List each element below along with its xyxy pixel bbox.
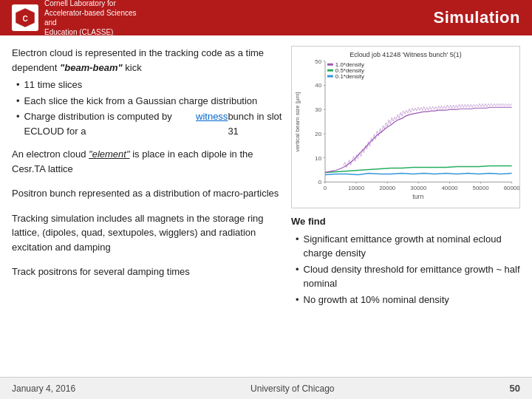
beambeam-text: "beam-beam": [60, 62, 123, 73]
svg-text:40: 40: [315, 82, 321, 89]
svg-text:turn: turn: [412, 193, 423, 200]
we-find-item-2: Cloud density threshold for emittance gr…: [304, 262, 520, 291]
svg-text:0.1*density: 0.1*density: [335, 73, 364, 80]
main-content: Electron cloud is represented in the tra…: [0, 35, 532, 377]
svg-text:0: 0: [318, 179, 322, 185]
footer: January 4, 2016 University of Chicago 50: [0, 377, 532, 399]
bullet-text-1: 11 time slices: [24, 78, 83, 92]
svg-text:vertical beam size [μm]: vertical beam size [μm]: [294, 92, 301, 152]
track-positrons-paragraph: Track positrons for several damping time…: [12, 265, 282, 282]
main-bullet-list: 11 time slices Each slice the kick from …: [12, 78, 282, 138]
svg-rect-2: [292, 47, 519, 208]
list-item: Charge distribution is computed by ECLOU…: [16, 109, 282, 138]
tracking-paragraph: Tracking simulation includes all magnets…: [12, 211, 282, 258]
svg-text:Ecloud job 41248 'Witness bunc: Ecloud job 41248 'Witness bunch' 5(1): [349, 51, 461, 58]
right-column: Ecloud job 41248 'Witness bunch' 5(1) 0 …: [291, 46, 520, 371]
list-item: 11 time slices: [16, 78, 282, 92]
bullet-text-2: Each slice the kick from a Gaussian char…: [24, 94, 258, 109]
tracking-text: Tracking simulation includes all magnets…: [12, 211, 282, 255]
chart-area: Ecloud job 41248 'Witness bunch' 5(1) 0 …: [291, 46, 520, 208]
logo-box: C: [12, 4, 38, 31]
we-find-title: We find: [291, 214, 520, 229]
left-column: Electron cloud is represented in the tra…: [12, 46, 282, 371]
page-title: Simulation: [434, 8, 520, 27]
intro-paragraph: Electron cloud is represented in the tra…: [12, 46, 282, 140]
footer-date: January 4, 2016: [12, 383, 75, 394]
svg-text:30000: 30000: [410, 185, 427, 191]
positron-paragraph: Positron bunch represented as a distribu…: [12, 186, 282, 204]
cornell-logo-icon: C: [14, 7, 36, 29]
element-paragraph: An electron cloud "element" is place in …: [12, 147, 282, 179]
svg-text:20000: 20000: [379, 185, 396, 191]
svg-rect-38: [327, 75, 333, 78]
simulation-chart: Ecloud job 41248 'Witness bunch' 5(1) 0 …: [292, 47, 519, 208]
footer-page: 50: [510, 383, 520, 394]
svg-text:0: 0: [324, 185, 327, 191]
we-find-item-3: No growth at 10% nominal density: [304, 293, 449, 307]
list-item: Cloud density threshold for emittance gr…: [296, 262, 520, 291]
svg-rect-36: [327, 69, 333, 72]
we-find-list: Significant emittance growth at nominal …: [291, 232, 520, 307]
svg-rect-34: [327, 64, 333, 66]
positron-text: Positron bunch represented as a distribu…: [12, 186, 282, 201]
svg-text:C: C: [22, 15, 27, 23]
we-find-item-1: Significant emittance growth at nominal …: [304, 232, 520, 261]
svg-text:20: 20: [315, 131, 321, 137]
footer-institution: University of Chicago: [250, 383, 334, 394]
svg-text:10000: 10000: [348, 185, 365, 191]
bullet-text-3-after: bunch in slot 31: [228, 109, 282, 138]
svg-text:10: 10: [315, 155, 321, 162]
header: C Cornell Laboratory for Accelerator-bas…: [0, 0, 532, 35]
track-positrons-text: Track positrons for several damping time…: [12, 265, 282, 279]
svg-text:30: 30: [315, 106, 321, 113]
bullet-text-3-before: Charge distribution is computed by ECLOU…: [24, 109, 196, 138]
list-item: Significant emittance growth at nominal …: [296, 232, 520, 261]
svg-text:40000: 40000: [441, 185, 458, 191]
element-italic: "element": [89, 149, 129, 160]
intro-text-end: kick: [123, 62, 142, 73]
element-text-before: An electron cloud: [12, 149, 89, 160]
logo-area: C Cornell Laboratory for Accelerator-bas…: [12, 0, 148, 37]
svg-text:50000: 50000: [473, 185, 490, 191]
svg-text:60000: 60000: [504, 185, 519, 191]
svg-text:50: 50: [315, 58, 321, 65]
witness-link[interactable]: witness: [196, 109, 228, 124]
we-find-section: We find Significant emittance growth at …: [291, 214, 520, 308]
list-item: No growth at 10% nominal density: [296, 293, 520, 307]
logo-text: Cornell Laboratory for Accelerator-based…: [44, 0, 148, 37]
list-item: Each slice the kick from a Gaussian char…: [16, 94, 282, 109]
